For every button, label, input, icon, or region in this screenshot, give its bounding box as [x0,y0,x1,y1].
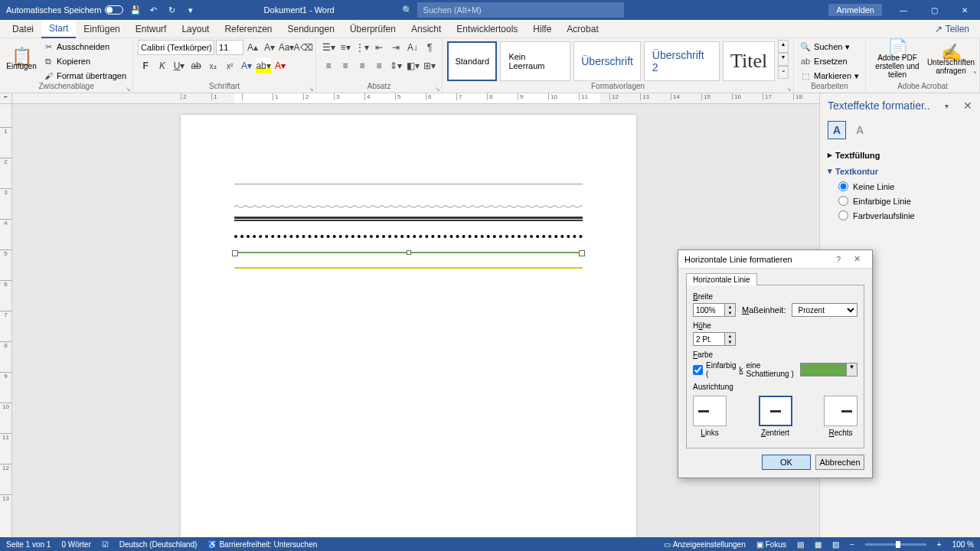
tab-einfuegen[interactable]: Einfügen [76,21,127,37]
multilevel-button[interactable]: ⋮▾ [354,40,370,55]
show-marks-button[interactable]: ¶ [422,40,437,55]
width-input[interactable] [694,304,724,316]
tab-entwicklertools[interactable]: Entwicklertools [449,21,525,37]
color-picker[interactable]: ▼ [800,363,858,377]
launcher-icon[interactable]: ↘ [435,86,440,93]
unit-select[interactable]: Prozent [792,303,858,317]
qat-more-icon[interactable]: ▾ [185,4,197,16]
shrink-font-button[interactable]: A▾ [262,40,277,55]
zoom-slider[interactable] [865,543,926,546]
page-indicator[interactable]: Seite 1 von 1 [6,540,51,549]
style-kein-leerraum[interactable]: Kein Leerraum [500,41,570,81]
format-painter-button[interactable]: 🖌Format übertragen [41,69,128,83]
signin-button[interactable]: Anmelden [828,4,882,16]
dialog-close-button[interactable]: ✕ [848,254,866,264]
grow-font-button[interactable]: A▴ [245,40,260,55]
change-case-button[interactable]: Aa▾ [279,40,294,55]
styles-gallery[interactable]: Standard Kein Leerraum Überschrift Übers… [447,40,775,83]
view-read-icon[interactable]: ▤ [797,540,804,549]
font-color-button[interactable]: A▾ [273,58,288,73]
bold-button[interactable]: F [138,58,153,73]
tab-hilfe[interactable]: Hilfe [525,21,559,37]
tell-me-search[interactable] [417,2,624,18]
style-ueberschrift2[interactable]: Überschrift 2 [644,41,720,81]
align-center-button[interactable]: ≡ [338,58,353,73]
align-center-option[interactable] [759,396,792,426]
copy-button[interactable]: ⧉Kopieren [41,54,128,68]
spin-down-icon[interactable]: ▼ [725,339,735,345]
indent-inc-button[interactable]: ⇥ [388,40,403,55]
share-button[interactable]: ↗ Teilen [935,24,975,34]
spin-up-icon[interactable]: ▲ [725,333,735,339]
text-effects-button[interactable]: A▾ [239,58,254,73]
tab-ansicht[interactable]: Ansicht [403,21,449,37]
undo-icon[interactable]: ↶ [148,4,160,16]
accessibility-indicator[interactable]: ♿ Barrierefreiheit: Untersuchen [207,540,317,549]
display-settings-button[interactable]: ▭ Anzeigeeinstellungen [664,540,746,549]
tab-acrobat[interactable]: Acrobat [559,21,606,37]
tab-datei[interactable]: Datei [5,21,41,37]
tab-start[interactable]: Start [41,20,76,38]
cut-button[interactable]: ✂Ausschneiden [41,40,128,54]
italic-button[interactable]: K [155,58,170,73]
height-spinner[interactable]: ▲▼ [693,332,736,346]
shading-button[interactable]: ◧▾ [405,58,420,73]
tab-layout[interactable]: Layout [174,21,217,37]
section-textfill[interactable]: ▸ Textfüllung [828,147,972,163]
section-textoutline[interactable]: ▾ Textkontur [828,163,972,179]
solid-color-checkbox[interactable]: Einfarbig (keine Schattierung ) [693,361,794,378]
style-ueberschrift[interactable]: Überschrift [573,41,641,81]
cancel-button[interactable]: Abbrechen [815,455,864,470]
spellcheck-icon[interactable]: ☑ [102,540,109,549]
align-right-button[interactable]: ≡ [354,58,370,73]
align-left-option[interactable] [693,396,727,426]
language-indicator[interactable]: Deutsch (Deutschland) [119,540,198,549]
view-web-icon[interactable]: ▧ [832,540,839,549]
paste-button[interactable]: 📋 Einfügen [5,40,38,83]
radio-solid-line[interactable]: Einfarbige Linie [828,194,972,208]
replace-button[interactable]: abErsetzen [799,54,861,68]
pane-tab-fill-outline[interactable]: A [828,121,846,139]
clear-format-button[interactable]: A⌫ [296,40,311,55]
height-input[interactable] [694,333,724,345]
radio-no-line[interactable]: Keine Linie [828,179,972,194]
spin-up-icon[interactable]: ▲ [725,304,735,310]
borders-button[interactable]: ⊞▾ [422,58,437,73]
find-button[interactable]: 🔍Suchen ▾ [799,40,861,54]
select-button[interactable]: ⬚Markieren ▾ [799,69,861,83]
hr-green-selected[interactable] [234,252,583,253]
highlight-button[interactable]: ab▾ [256,58,271,73]
radio-gradient-line[interactable]: Farbverlaufslinie [828,208,972,223]
justify-button[interactable]: ≡ [371,58,387,73]
indent-dec-button[interactable]: ⇤ [371,40,387,55]
tab-ueberpruefen[interactable]: Überprüfen [342,21,403,37]
dialog-help-button[interactable]: ? [829,255,848,264]
tab-sendungen[interactable]: Sendungen [280,21,342,37]
pane-close-button[interactable]: ✕ [963,99,972,112]
autosave-toggle[interactable]: Automatisches Speichern [6,5,123,15]
launcher-icon[interactable]: ↘ [126,86,131,93]
zoom-in-button[interactable]: + [937,540,942,549]
view-print-icon[interactable]: ▦ [815,540,822,549]
styles-scroll[interactable]: ▴▾⌄ [778,40,789,83]
sort-button[interactable]: A↓ [405,40,420,55]
font-size-select[interactable] [216,40,243,55]
adobe-sign-button[interactable]: ✍ Unterschriften anfragen [927,40,975,83]
zoom-out-button[interactable]: − [850,540,854,549]
page[interactable] [181,115,636,537]
pane-menu-icon[interactable]: ▾ [945,102,949,110]
focus-button[interactable]: ▣ Fokus [756,540,786,549]
ok-button[interactable]: OK [762,455,811,470]
minimize-button[interactable]: — [888,0,919,20]
redo-icon[interactable]: ↻ [166,4,178,16]
dialog-tab[interactable]: Horizontale Linie [686,273,757,285]
numbering-button[interactable]: ≡▾ [338,40,353,55]
superscript-button[interactable]: x² [222,58,237,73]
adobe-pdf-button[interactable]: 📄 Adobe PDF erstellen und teilen [871,40,924,83]
style-titel[interactable]: Titel [723,41,776,81]
close-button[interactable]: ✕ [949,0,980,20]
vertical-ruler[interactable]: 123 456 789 101112 13 [0,104,12,537]
spin-down-icon[interactable]: ▼ [725,310,735,316]
width-spinner[interactable]: ▲▼ [693,303,736,317]
tab-referenzen[interactable]: Referenzen [217,21,279,37]
